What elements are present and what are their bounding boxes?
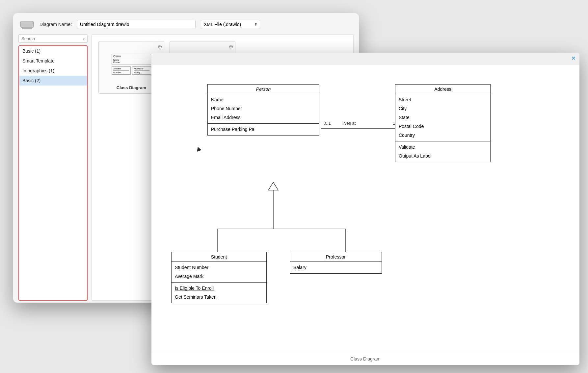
front-dialog-titlebar: ✕ — [151, 53, 579, 64]
search-box: ⌕ — [18, 34, 88, 43]
address-method-output: Output As Label — [399, 152, 487, 161]
address-attr-street: Street — [399, 95, 487, 104]
address-class: Address Street City State Postal Code Co… — [395, 84, 491, 162]
mini-box-student: Student Number — [112, 66, 131, 75]
search-icon: ⌕ — [83, 36, 86, 41]
person-attr-name: Name — [211, 95, 316, 104]
file-type-select-wrapper[interactable]: XML File (.drawio)SVG (.svg)PNG (.png) — [201, 20, 260, 29]
student-methods: Is Eligible To Enroll Get Seminars Taken — [172, 283, 266, 303]
address-attr-state: State — [399, 113, 487, 122]
sidebar-item-smart-template[interactable]: Smart Template — [19, 56, 87, 66]
address-attr-postal: Postal Code — [399, 122, 487, 131]
student-class-title: Student — [172, 252, 266, 262]
svg-text:lives at: lives at — [342, 121, 356, 126]
mini-box-person: Person Name Phone — [112, 54, 151, 64]
class-diagram-dialog: ✕ 0..1 lives at 1 — [151, 53, 579, 365]
person-class-title: Person — [208, 85, 319, 94]
diagram-canvas: 0..1 lives at 1 Person Name Phone Number… — [151, 64, 579, 365]
sidebar-item-basic2[interactable]: Basic (2) — [19, 76, 87, 86]
sidebar: ⌕ Basic (1) Smart Template Infographics … — [18, 34, 88, 301]
student-method-seminars: Get Seminars Taken — [175, 293, 263, 302]
address-class-title: Address — [395, 85, 490, 94]
address-attr-city: City — [399, 104, 487, 113]
professor-attributes: Salary — [290, 262, 382, 273]
template-thumb-label: Class Diagram — [117, 85, 146, 90]
student-method-enroll: Is Eligible To Enroll — [175, 284, 263, 293]
mini-box-professor: Professor Salary — [132, 66, 151, 75]
diagram-footer-label: Class Diagram — [350, 356, 381, 361]
diagram-name-label: Diagram Name: — [40, 22, 72, 27]
professor-class: Professor Salary — [290, 252, 382, 274]
disk-icon — [20, 19, 34, 30]
person-attributes: Name Phone Number Email Address — [208, 94, 319, 124]
person-methods: Purchase Parking Pa — [208, 124, 319, 135]
category-list: Basic (1) Smart Template Infographics (1… — [18, 45, 88, 301]
professor-attr-salary: Salary — [293, 263, 378, 272]
address-attributes: Street City State Postal Code Country — [395, 94, 490, 141]
professor-class-title: Professor — [290, 252, 382, 262]
student-attr-mark: Average Mark — [175, 272, 263, 281]
sidebar-item-infographics[interactable]: Infographics (1) — [19, 66, 87, 76]
svg-text:0..1: 0..1 — [324, 121, 331, 126]
person-attr-email: Email Address — [211, 113, 316, 122]
address-attr-country: Country — [399, 131, 487, 140]
sidebar-item-basic1[interactable]: Basic (1) — [19, 46, 87, 56]
person-class: Person Name Phone Number Email Address P… — [207, 84, 319, 136]
search-input[interactable] — [18, 34, 88, 43]
file-type-select[interactable]: XML File (.drawio)SVG (.svg)PNG (.png) — [201, 20, 260, 29]
person-attr-phone: Phone Number — [211, 104, 316, 113]
dialog-titlebar: Diagram Name: XML File (.drawio)SVG (.sv… — [13, 13, 359, 34]
person-method-purchase: Purchase Parking Pa — [211, 125, 316, 134]
diagram-footer: Class Diagram — [151, 352, 579, 365]
svg-marker-9 — [268, 182, 278, 190]
diagram-name-input[interactable] — [77, 20, 196, 29]
student-class: Student Student Number Average Mark Is E… — [171, 252, 267, 303]
student-attr-number: Student Number — [175, 263, 263, 272]
student-attributes: Student Number Average Mark — [172, 262, 266, 283]
address-method-validate: Validate — [399, 143, 487, 152]
mini-uml-preview: Person Name Phone Student Number — [112, 54, 151, 75]
close-button[interactable]: ✕ — [571, 55, 575, 62]
address-methods: Validate Output As Label — [395, 141, 490, 162]
mouse-cursor — [196, 146, 201, 152]
